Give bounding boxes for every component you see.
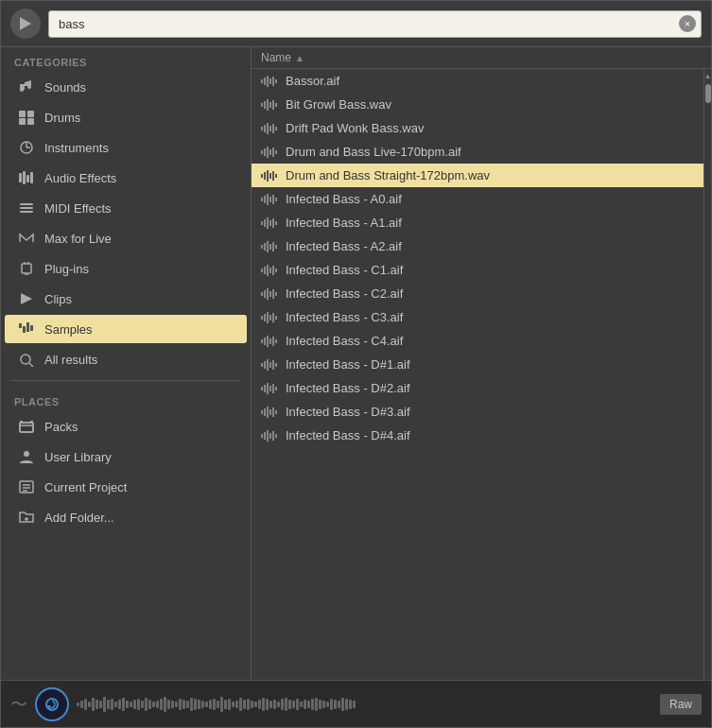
- sidebar-item-current-project[interactable]: Current Project: [5, 473, 247, 501]
- waveform-bar: [345, 699, 348, 710]
- scrollbar-track[interactable]: ▲: [703, 69, 711, 680]
- svg-rect-127: [261, 434, 263, 438]
- svg-rect-25: [20, 423, 33, 432]
- svg-rect-44: [264, 101, 266, 109]
- file-item[interactable]: Infected Bass - D#3.aif: [252, 400, 703, 424]
- waveform-bar: [251, 701, 253, 708]
- waveform-bar: [213, 699, 216, 710]
- name-column-header[interactable]: Name ▲: [261, 51, 304, 64]
- sidebar-item-samples[interactable]: Samples: [5, 315, 247, 343]
- svg-rect-19: [19, 323, 22, 328]
- svg-rect-132: [275, 434, 277, 438]
- wave-icon: 〜: [10, 693, 27, 716]
- sidebar-divider: [10, 380, 241, 381]
- svg-rect-53: [272, 124, 274, 133]
- waveform-file-icon: [261, 311, 278, 324]
- sidebar-item-drums[interactable]: Drums: [5, 103, 247, 131]
- scroll-thumb[interactable]: [705, 84, 711, 103]
- file-item-name: Infected Bass - C3.aif: [286, 310, 403, 324]
- sidebar-item-clips[interactable]: Clips: [5, 285, 247, 313]
- play-button[interactable]: [10, 9, 41, 39]
- file-item[interactable]: Infected Bass - A1.aif: [252, 211, 703, 234]
- svg-rect-92: [264, 290, 266, 298]
- svg-rect-100: [269, 315, 271, 321]
- file-item[interactable]: Infected Bass - C1.aif: [252, 258, 703, 282]
- svg-rect-72: [275, 198, 277, 201]
- svg-rect-3: [19, 111, 26, 117]
- add-folder-icon: [18, 509, 35, 526]
- waveform-file-icon: [261, 240, 278, 253]
- search-clear-button[interactable]: ×: [679, 15, 696, 32]
- svg-rect-37: [261, 79, 263, 83]
- sidebar-item-max-for-live-label: Max for Live: [44, 232, 112, 246]
- svg-rect-111: [267, 359, 269, 371]
- svg-rect-112: [269, 362, 271, 368]
- waveform-bar: [232, 702, 234, 707]
- waveform-file-icon: [261, 429, 278, 442]
- file-item[interactable]: Infected Bass - D#1.aif: [252, 353, 703, 376]
- drums-icon: [18, 109, 35, 126]
- sidebar-item-midi-effects[interactable]: MIDI Effects: [5, 194, 247, 222]
- waveform-bar: [190, 698, 193, 711]
- svg-rect-40: [269, 78, 271, 84]
- sidebar-item-all-results[interactable]: All results: [5, 345, 247, 373]
- svg-rect-45: [267, 99, 269, 111]
- sidebar-item-add-folder[interactable]: Add Folder...: [5, 503, 247, 531]
- waveform-file-icon: [261, 193, 278, 206]
- sidebar-item-max-for-live[interactable]: Max for Live: [5, 224, 247, 252]
- file-item[interactable]: Infected Bass - A2.aif: [252, 234, 703, 258]
- all-results-icon: [18, 351, 35, 368]
- svg-line-24: [29, 363, 33, 367]
- waveform-bar: [338, 701, 340, 708]
- svg-rect-58: [269, 149, 271, 155]
- file-item[interactable]: Infected Bass - D#2.aif: [252, 376, 703, 400]
- raw-button[interactable]: Raw: [660, 694, 702, 715]
- svg-rect-65: [272, 171, 274, 181]
- waveform-bar: [315, 698, 318, 711]
- scroll-up-arrow[interactable]: ▲: [704, 69, 712, 82]
- sidebar-item-instruments[interactable]: Instruments: [5, 133, 247, 162]
- preview-button[interactable]: [35, 687, 69, 721]
- waveform-bar: [88, 702, 91, 707]
- waveform-bar: [296, 699, 299, 710]
- svg-rect-99: [267, 312, 269, 323]
- waveform-bar: [307, 701, 310, 708]
- file-item[interactable]: Bit Growl Bass.wav: [252, 93, 703, 116]
- waveform-file-icon: [261, 146, 278, 159]
- svg-rect-6: [27, 118, 34, 125]
- file-item[interactable]: Bassor.aif: [252, 69, 703, 93]
- file-item[interactable]: Infected Bass - C3.aif: [252, 305, 703, 329]
- svg-rect-87: [267, 265, 269, 276]
- file-item[interactable]: Infected Bass - C2.aif: [252, 282, 703, 305]
- file-item[interactable]: Infected Bass - A0.aif: [252, 187, 703, 211]
- waveform-bar: [262, 698, 265, 711]
- file-item[interactable]: Drum and Bass Straight-172bpm.wav: [252, 164, 703, 187]
- search-input[interactable]: [48, 10, 702, 38]
- waveform-preview: [77, 690, 652, 719]
- waveform-bar: [118, 700, 121, 709]
- sidebar-item-audio-effects[interactable]: Audio Effects: [5, 164, 247, 192]
- waveform-bar: [145, 698, 148, 711]
- svg-rect-115: [261, 387, 263, 390]
- svg-rect-110: [264, 361, 266, 369]
- file-item[interactable]: Drift Pad Wonk Bass.wav: [252, 116, 703, 140]
- file-item[interactable]: Infected Bass - D#4.aif: [252, 424, 703, 447]
- waveform-bar: [84, 699, 87, 710]
- sidebar-item-midi-effects-label: MIDI Effects: [44, 201, 112, 216]
- file-item[interactable]: Infected Bass - C4.aif: [252, 329, 703, 353]
- svg-rect-79: [261, 245, 263, 249]
- waveform-bar: [205, 702, 208, 707]
- waveform-bar: [220, 697, 223, 712]
- svg-rect-15: [20, 207, 33, 209]
- waveform-bar: [175, 702, 178, 707]
- waveform-file-icon: [261, 75, 278, 88]
- sidebar-item-user-library[interactable]: User Library: [5, 442, 247, 471]
- waveform-bar: [201, 701, 204, 708]
- svg-rect-123: [267, 407, 269, 418]
- svg-rect-114: [275, 363, 277, 367]
- sidebar-item-plug-ins[interactable]: Plug-ins: [5, 254, 247, 283]
- sidebar-item-packs[interactable]: Packs: [5, 412, 247, 441]
- file-item[interactable]: Drum and Bass Live-170bpm.aif: [252, 140, 703, 164]
- waveform-bar: [292, 701, 295, 708]
- sidebar-item-sounds[interactable]: Sounds: [5, 73, 247, 101]
